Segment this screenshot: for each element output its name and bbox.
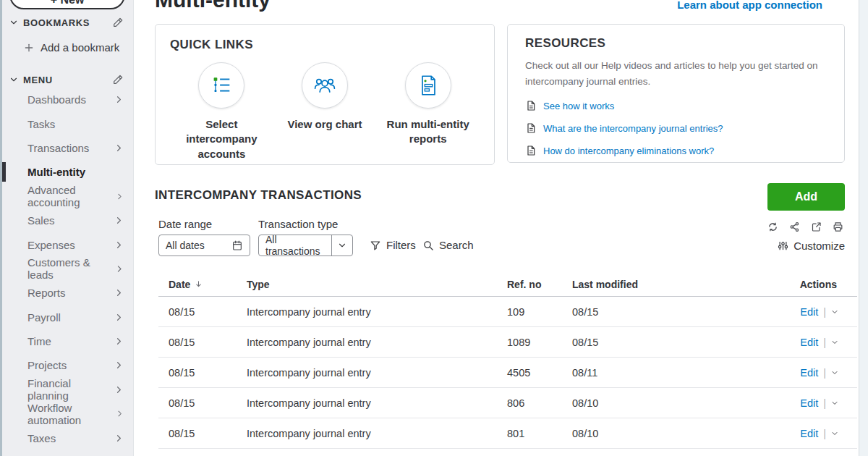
- chevron-down-icon: [9, 18, 18, 27]
- table-row[interactable]: 08/15 Intercompany journal entry 4505 08…: [158, 358, 857, 388]
- sidebar-menu-item[interactable]: Advanced accounting: [2, 185, 133, 208]
- sidebar-menu-item[interactable]: Time: [2, 329, 133, 353]
- date-column-header[interactable]: Date: [158, 279, 247, 290]
- table-row[interactable]: 08/15 Intercompany journal entry 109 08/…: [158, 297, 857, 327]
- edit-link[interactable]: Edit: [800, 306, 818, 318]
- vertical-scrollbar[interactable]: [859, 0, 868, 456]
- sidebar-item-label: Dashboards: [27, 93, 86, 106]
- filters-button[interactable]: Filters: [370, 239, 416, 251]
- edit-link[interactable]: Edit: [800, 428, 818, 439]
- action-separator: |: [823, 428, 826, 439]
- print-icon[interactable]: [833, 221, 843, 232]
- new-button[interactable]: + New: [9, 0, 125, 9]
- chevron-right-icon: [116, 192, 124, 201]
- share-icon[interactable]: [789, 221, 800, 232]
- sidebar-item-label: Workflow automation: [27, 402, 116, 426]
- sidebar-menu-item[interactable]: Multi-entity: [2, 160, 133, 184]
- org-chart-people-icon: [302, 62, 348, 109]
- bookmarks-section-header[interactable]: BOOKMARKS: [2, 16, 133, 29]
- action-separator: |: [823, 337, 826, 348]
- row-type: Intercompany journal entry: [247, 306, 507, 318]
- resources-title: RESOURCES: [525, 36, 827, 51]
- plus-icon: [24, 43, 34, 53]
- chevron-right-icon: [114, 240, 124, 250]
- quick-link-run-multi-entity-reports[interactable]: Run multi-entity reports: [380, 62, 477, 161]
- date-range-label: Date range: [158, 218, 212, 230]
- row-ref-no: 109: [507, 306, 572, 318]
- edit-link[interactable]: Edit: [800, 397, 818, 409]
- resource-link[interactable]: See how it works: [525, 100, 827, 111]
- transaction-type-select[interactable]: All transactions: [258, 235, 353, 256]
- row-ref-no: 806: [507, 397, 572, 409]
- export-icon[interactable]: [811, 221, 822, 232]
- sidebar-item-label: Time: [27, 335, 51, 347]
- sidebar-menu-item[interactable]: Payroll: [2, 305, 133, 329]
- customize-button[interactable]: Customize: [778, 240, 845, 252]
- sidebar-item-label: Sales: [27, 214, 55, 227]
- sidebar-menu-item[interactable]: Sales: [2, 208, 133, 232]
- row-actions: Edit |: [763, 367, 857, 379]
- sidebar-menu-item[interactable]: Transactions: [2, 136, 133, 160]
- actions-column-header: Actions: [763, 279, 857, 290]
- table-toolbar-icons: [767, 221, 843, 232]
- action-separator: |: [823, 397, 826, 409]
- action-separator: |: [823, 306, 826, 318]
- row-last-modified: 08/11: [572, 367, 763, 379]
- row-last-modified: 08/10: [572, 397, 763, 409]
- funnel-icon: [370, 240, 381, 251]
- sidebar-menu-item[interactable]: Projects: [2, 353, 133, 377]
- sidebar-item-label: Advanced accounting: [27, 184, 116, 208]
- sidebar-menu-item[interactable]: Financial planning: [2, 378, 133, 402]
- edit-bookmarks-icon[interactable]: [112, 17, 124, 28]
- date-range-input[interactable]: All dates: [158, 235, 250, 256]
- row-last-modified: 08/15: [572, 306, 763, 318]
- edit-link[interactable]: Edit: [800, 337, 818, 348]
- row-date: 08/15: [158, 428, 247, 439]
- quick-link-label: View org chart: [287, 117, 362, 132]
- chevron-right-icon: [114, 95, 124, 104]
- add-bookmark-button[interactable]: Add a bookmark: [24, 41, 133, 54]
- quick-link-select-intercompany-accounts[interactable]: Select intercompany accounts: [173, 62, 270, 161]
- chevron-right-icon: [114, 337, 124, 346]
- learn-about-app-connection-link[interactable]: Learn about app connection: [677, 0, 822, 11]
- add-button[interactable]: Add: [767, 183, 845, 211]
- search-button[interactable]: Search: [422, 239, 474, 251]
- row-actions-chevron-icon[interactable]: [831, 339, 838, 346]
- resource-link-label: How do intercompany eliminations work?: [543, 145, 714, 156]
- sidebar-menu-item[interactable]: Dashboards: [2, 88, 133, 111]
- sidebar-menu-item[interactable]: Customers & leads: [2, 257, 133, 281]
- sidebar-menu-item[interactable]: Workflow automation: [2, 402, 133, 426]
- select-chevron-area[interactable]: [331, 235, 352, 256]
- sidebar-menu-item[interactable]: Taxes: [2, 426, 133, 449]
- row-date: 08/15: [158, 306, 247, 318]
- sidebar-menu-item[interactable]: Reports: [2, 281, 133, 305]
- table-row[interactable]: 08/15 Intercompany journal entry 806 08/…: [158, 388, 857, 418]
- table-row[interactable]: 08/15 Intercompany journal entry 801 08/…: [158, 418, 857, 449]
- edit-menu-icon[interactable]: [112, 74, 124, 85]
- chevron-right-icon: [114, 288, 124, 297]
- row-type: Intercompany journal entry: [247, 337, 507, 348]
- resource-link[interactable]: How do intercompany eliminations work?: [525, 145, 827, 156]
- sliders-icon: [778, 240, 788, 251]
- filters-label: Filters: [386, 239, 416, 251]
- sidebar-item-label: Taxes: [27, 432, 56, 444]
- edit-link[interactable]: Edit: [800, 367, 818, 379]
- quick-link-view-org-chart[interactable]: View org chart: [276, 62, 373, 161]
- row-actions-chevron-icon[interactable]: [831, 430, 838, 437]
- modified-column-header: Last modified: [572, 279, 763, 290]
- row-date: 08/15: [158, 397, 247, 409]
- row-actions-chevron-icon[interactable]: [831, 308, 838, 316]
- refresh-icon[interactable]: [767, 221, 778, 232]
- chevron-right-icon: [114, 143, 124, 153]
- table-row[interactable]: 08/15 Intercompany journal entry 1089 08…: [158, 327, 857, 358]
- transactions-table: Date Type Ref. no Last modified Actions …: [158, 272, 857, 449]
- sidebar-menu-item[interactable]: Expenses: [2, 232, 133, 256]
- resource-link[interactable]: What are the intercompany journal entrie…: [525, 122, 827, 134]
- quick-links-items: Select intercompany accounts View org ch…: [170, 62, 480, 161]
- row-actions-chevron-icon[interactable]: [831, 400, 838, 407]
- menu-section-header[interactable]: MENU: [2, 73, 133, 86]
- sidebar-item-label: Transactions: [27, 142, 89, 154]
- row-actions-chevron-icon[interactable]: [831, 369, 838, 376]
- sidebar-menu-item[interactable]: Tasks: [2, 111, 133, 135]
- customize-label: Customize: [793, 240, 845, 252]
